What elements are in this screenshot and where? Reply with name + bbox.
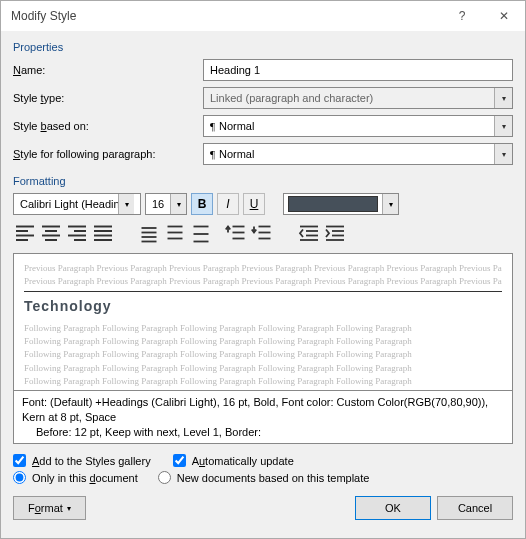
align-center-button[interactable] — [39, 223, 63, 245]
auto-update-label: Automatically update — [192, 455, 294, 467]
dialog-title: Modify Style — [11, 9, 76, 23]
preview-heading: Technology — [24, 296, 502, 316]
font-color-select[interactable]: ▾ — [283, 193, 399, 215]
auto-update-checkbox[interactable] — [173, 454, 186, 467]
based-on-value: Normal — [219, 120, 254, 132]
preview-prev-paragraph: Previous Paragraph Previous Paragraph Pr… — [24, 275, 502, 288]
add-gallery-checkbox[interactable] — [13, 454, 26, 467]
chevron-down-icon: ▾ — [494, 144, 512, 164]
name-label: Name: — [13, 64, 203, 76]
align-left-button[interactable] — [13, 223, 37, 245]
style-type-label: Style type: — [13, 92, 203, 104]
align-right-button[interactable] — [65, 223, 89, 245]
space-before-dec-button[interactable] — [251, 223, 275, 245]
modify-style-dialog: Modify Style ? ✕ Properties Name: Style … — [0, 0, 526, 539]
font-name-value: Calibri Light (Headings) — [14, 198, 118, 210]
chevron-down-icon: ▾ — [118, 194, 134, 214]
preview-prev-paragraph: Previous Paragraph Previous Paragraph Pr… — [24, 262, 502, 275]
chevron-down-icon: ▾ — [494, 116, 512, 136]
indent-increase-button[interactable] — [323, 223, 347, 245]
only-doc-label: Only in this document — [32, 472, 138, 484]
italic-button[interactable]: I — [217, 193, 239, 215]
font-size-value: 16 — [146, 198, 170, 210]
name-input[interactable] — [203, 59, 513, 81]
only-doc-radio[interactable] — [13, 471, 26, 484]
formatting-section-label: Formatting — [13, 175, 513, 187]
chevron-down-icon: ▾ — [382, 194, 398, 214]
preview-following-paragraph: Following Paragraph Following Paragraph … — [24, 322, 502, 335]
new-docs-radio[interactable] — [158, 471, 171, 484]
based-on-select[interactable]: ¶Normal ▾ — [203, 115, 513, 137]
desc-line-1: Font: (Default) +Headings (Calibri Light… — [22, 395, 504, 425]
paragraph-toolbar — [13, 223, 513, 245]
bold-button[interactable]: B — [191, 193, 213, 215]
preview-pane: Previous Paragraph Previous Paragraph Pr… — [13, 253, 513, 391]
chevron-down-icon: ▾ — [170, 194, 186, 214]
style-type-value: Linked (paragraph and character) — [210, 92, 373, 104]
desc-line-3: Top: (Single solid line, Auto, 1 pt Line… — [22, 440, 504, 444]
properties-section-label: Properties — [13, 41, 513, 53]
preview-following-paragraph: Following Paragraph Following Paragraph … — [24, 348, 502, 361]
style-description: Font: (Default) +Headings (Calibri Light… — [13, 390, 513, 444]
font-size-combo[interactable]: 16 ▾ — [145, 193, 187, 215]
following-label: Style for following paragraph: — [13, 148, 203, 160]
desc-line-2: Before: 12 pt, Keep with next, Level 1, … — [22, 425, 504, 440]
add-gallery-label: Add to the Styles gallery — [32, 455, 151, 467]
following-select[interactable]: ¶Normal ▾ — [203, 143, 513, 165]
font-toolbar: Calibri Light (Headings) ▾ 16 ▾ B I U ▾ — [13, 193, 513, 215]
new-docs-label: New documents based on this template — [177, 472, 370, 484]
format-button[interactable]: Format▾ — [13, 496, 86, 520]
ok-button[interactable]: OK — [355, 496, 431, 520]
align-justify-button[interactable] — [91, 223, 115, 245]
close-button[interactable]: ✕ — [483, 1, 525, 31]
underline-button[interactable]: U — [243, 193, 265, 215]
font-name-combo[interactable]: Calibri Light (Headings) ▾ — [13, 193, 141, 215]
based-on-label: Style based on: — [13, 120, 203, 132]
line-spacing-2-button[interactable] — [189, 223, 213, 245]
following-value: Normal — [219, 148, 254, 160]
titlebar: Modify Style ? ✕ — [1, 1, 525, 31]
color-swatch — [288, 196, 378, 212]
preview-following-paragraph: Following Paragraph Following Paragraph … — [24, 375, 502, 388]
preview-following-paragraph: Following Paragraph Following Paragraph … — [24, 362, 502, 375]
line-spacing-15-button[interactable] — [163, 223, 187, 245]
chevron-down-icon: ▾ — [494, 88, 512, 108]
style-type-select[interactable]: Linked (paragraph and character) ▾ — [203, 87, 513, 109]
help-button[interactable]: ? — [441, 1, 483, 31]
indent-decrease-button[interactable] — [297, 223, 321, 245]
space-before-inc-button[interactable] — [225, 223, 249, 245]
preview-following-paragraph: Following Paragraph Following Paragraph … — [24, 335, 502, 348]
line-spacing-1-button[interactable] — [137, 223, 161, 245]
cancel-button[interactable]: Cancel — [437, 496, 513, 520]
